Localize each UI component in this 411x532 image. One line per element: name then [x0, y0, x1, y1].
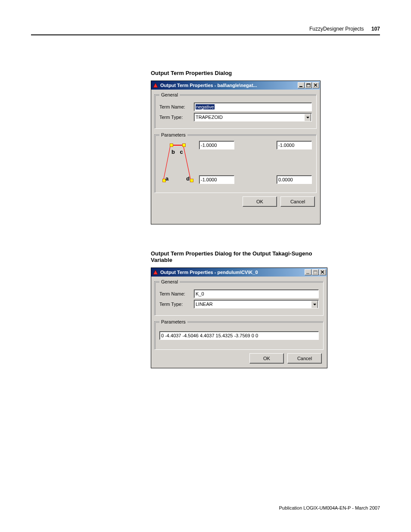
handle-c[interactable] [182, 143, 186, 147]
label-b: b [171, 149, 175, 155]
header-page-number: 107 [371, 26, 380, 32]
term-type-combo[interactable]: TRAPEZOID [194, 113, 312, 121]
term-name-label: Term Name: [159, 291, 194, 296]
svg-rect-8 [306, 273, 309, 274]
label-a: a [165, 175, 168, 182]
dialog2-caption: Output Term Properties Dialog for the Ou… [151, 250, 332, 263]
cancel-button[interactable]: Cancel [287, 353, 322, 364]
param-b-input[interactable]: -1.0000 [199, 141, 234, 149]
dialog1-caption: Output Term Properties Dialog [151, 70, 332, 76]
cancel-button[interactable]: Cancel [280, 196, 315, 207]
param-d-input[interactable]: 0.0000 [277, 175, 312, 184]
svg-rect-10 [314, 271, 317, 271]
maximize-button [312, 269, 319, 275]
page-footer: Publication LOGIX-UM004A-EN-P - March 20… [279, 505, 380, 510]
parameters-group: Parameters -1.0000 [155, 132, 317, 193]
term-name-label: Term Name: [159, 104, 194, 109]
page-header: FuzzyDesigner Projects 107 [31, 26, 380, 35]
general-group: General Term Name: negative Term Type: T… [155, 92, 317, 129]
svg-marker-13 [313, 304, 316, 305]
svg-rect-3 [307, 84, 310, 84]
close-button[interactable] [319, 269, 326, 275]
label-c: c [180, 149, 183, 155]
term-type-label: Term Type: [159, 302, 194, 307]
maximize-button[interactable] [305, 82, 312, 88]
general-group: General Term Name: K_0 Term Type: LINEAR [155, 279, 324, 316]
parameters-legend: Parameters [159, 319, 187, 324]
chevron-down-icon[interactable] [304, 114, 311, 121]
term-name-value: negative [196, 104, 215, 109]
term-type-value: TRAPEZOID [196, 115, 223, 120]
term-type-combo[interactable]: LINEAR [194, 300, 319, 308]
output-term-properties-dialog-linear: Output Term Properties - pendulum\CV\K_0… [151, 268, 327, 368]
term-type-value: LINEAR [196, 302, 213, 307]
parameters-group: Parameters 0 -4.4037 -4.5046 4.4037 15.4… [155, 319, 324, 350]
term-name-input[interactable]: negative [194, 103, 312, 111]
app-icon [152, 82, 159, 89]
term-type-label: Term Type: [159, 115, 194, 120]
dialog1-titlebar[interactable]: Output Term Properties - ball\angle\nega… [151, 81, 320, 90]
ok-button[interactable]: OK [243, 196, 277, 207]
label-d: d [186, 175, 190, 182]
parameters-legend: Parameters [159, 132, 187, 137]
param-c-input[interactable]: -1.0000 [277, 141, 312, 149]
dialog1-title-text: Output Term Properties - ball\angle\nega… [160, 83, 298, 88]
svg-marker-7 [153, 270, 158, 274]
minimize-button[interactable] [305, 269, 311, 275]
svg-rect-1 [299, 86, 302, 87]
parameters-input[interactable]: 0 -4.4037 -4.5046 4.4037 15.4325 -3.7569… [159, 331, 319, 340]
trapezoid-preview[interactable]: b c a d [159, 141, 195, 184]
term-name-input[interactable]: K_0 [194, 289, 319, 298]
dialog2-titlebar[interactable]: Output Term Properties - pendulum\CV\K_0 [151, 268, 327, 277]
app-icon [152, 269, 159, 276]
svg-marker-6 [306, 117, 309, 118]
dialog2-title-text: Output Term Properties - pendulum\CV\K_0 [160, 270, 305, 275]
header-section-title: FuzzyDesigner Projects [309, 26, 364, 32]
output-term-properties-dialog-trapezoid: Output Term Properties - ball\angle\nega… [151, 81, 321, 224]
handle-b[interactable] [170, 143, 173, 147]
general-legend: General [159, 92, 180, 97]
general-legend: General [159, 279, 180, 284]
minimize-button[interactable] [298, 82, 305, 88]
handle-d[interactable] [190, 179, 193, 182]
svg-marker-0 [153, 83, 158, 87]
param-a-input[interactable]: -1.0000 [199, 175, 234, 184]
close-button[interactable] [312, 82, 319, 88]
term-name-value: K_0 [196, 291, 204, 296]
chevron-down-icon[interactable] [311, 301, 318, 308]
ok-button[interactable]: OK [249, 353, 284, 364]
